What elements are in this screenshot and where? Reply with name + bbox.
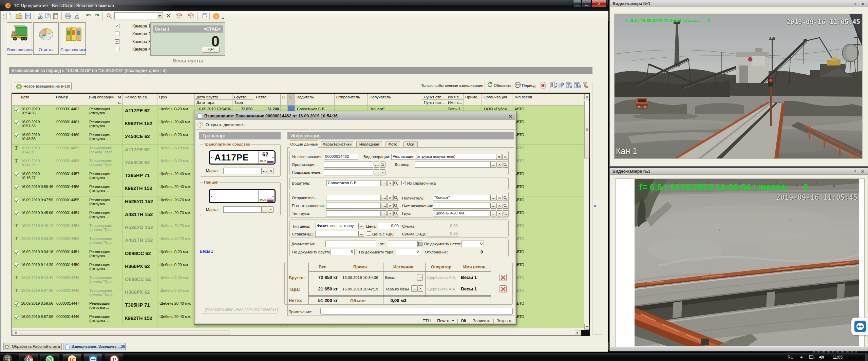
tray-language[interactable]: RU [788, 355, 793, 360]
table-cell[interactable]: Щебень 20-70 мм. [157, 235, 195, 248]
column-header[interactable]: Тип весов [512, 94, 584, 106]
close-dialog-button[interactable]: Закрыть [494, 319, 515, 323]
column-header[interactable]: Имя в...Имя в... [446, 94, 464, 106]
expand-chevron-icon[interactable]: « [593, 203, 597, 209]
search-icon[interactable] [105, 12, 113, 20]
table-cell[interactable]: Щебень 20-40 мм. [157, 313, 195, 326]
wt-brutto-src-button[interactable] [417, 274, 423, 281]
table-cell[interactable]: 00000014449 [54, 274, 87, 287]
table-cell[interactable]: 00000014448 [54, 287, 87, 300]
table-cell[interactable]: Реализация(отгрузка ... [87, 313, 116, 326]
tray-clock[interactable]: 11:05 [833, 355, 843, 360]
sender-select-button[interactable] [381, 195, 387, 201]
table-cell[interactable]: Щебень 0-20 мм. [157, 248, 195, 261]
cargo-clear-button[interactable] [496, 210, 502, 216]
taskbar-teamviewer[interactable] [83, 354, 102, 361]
show-desktop-button[interactable] [865, 353, 868, 361]
pfrom-input[interactable] [326, 203, 381, 209]
undo-icon[interactable] [84, 12, 93, 20]
filter-clear-icon[interactable] [582, 82, 588, 89]
export-list-icon[interactable] [550, 82, 557, 89]
table-row[interactable] [12, 326, 584, 328]
preview-icon[interactable] [72, 12, 80, 20]
table-cell[interactable] [116, 261, 123, 274]
table-cell[interactable] [116, 287, 123, 300]
cargo-input[interactable]: Щебень 0-20 мм. [433, 210, 490, 216]
table-cell[interactable]: 16.09.2019 9:56:46 [19, 183, 54, 196]
table-cell[interactable]: 16.09.201910:51:33 [19, 118, 54, 131]
nav-weighings-button[interactable]: Взвешивания [7, 22, 32, 55]
table-cell[interactable]: А431ТН 152 [123, 235, 157, 248]
table-cell[interactable]: Тарирование(режим "Тара [87, 274, 116, 287]
dogovor-input[interactable] [415, 162, 493, 168]
table-cell[interactable]: 00000014460 [54, 131, 87, 144]
camera2-checkbox[interactable] [115, 32, 119, 36]
column-header[interactable] [12, 94, 19, 106]
table-cell[interactable]: 16.09.2019 9:34:18 [19, 248, 54, 261]
table-cell[interactable]: АВТО [512, 235, 584, 248]
table-cell[interactable]: К962ТН 152 [123, 118, 157, 131]
table-cell[interactable] [12, 209, 19, 222]
camera3-pin-icon[interactable]: 0 [854, 170, 856, 173]
table-cell[interactable]: Т [12, 287, 19, 300]
status-tab-desktop[interactable]: Обработка Рабочий стол в... [3, 343, 62, 350]
dogovor-select-button[interactable] [490, 162, 496, 168]
table-cell[interactable]: 00000014457 [54, 170, 87, 183]
hscroll-thumb[interactable] [19, 330, 229, 335]
optype-combo[interactable]: Реализация (отгрузка покупателю) [391, 154, 502, 160]
column-header[interactable]: С.. [288, 94, 295, 106]
table-cell[interactable] [12, 183, 19, 196]
period-label[interactable]: Период [522, 83, 535, 88]
table-cell[interactable] [12, 313, 19, 326]
ok-button[interactable]: ОК [458, 319, 470, 323]
table-cell[interactable] [116, 183, 123, 196]
table-cell[interactable] [116, 235, 123, 248]
table-cell[interactable]: АВТО [512, 287, 584, 300]
cargotype-input[interactable] [326, 210, 381, 216]
driver-select-button[interactable] [381, 180, 387, 186]
table-cell[interactable] [116, 131, 123, 144]
receiver-clear-button[interactable] [496, 195, 502, 201]
table-cell[interactable] [116, 170, 123, 183]
print-button[interactable]: Печать [434, 319, 457, 323]
driver-search-button[interactable] [393, 180, 399, 186]
vscroll-thumb[interactable] [584, 101, 589, 158]
price-nds-checkbox[interactable] [367, 231, 371, 236]
table-cell[interactable]: 16.09.2019 9:14:20 [19, 261, 54, 274]
table-cell[interactable]: Тарирование(режим "Тара [87, 287, 116, 300]
find-prev-icon[interactable] [187, 12, 195, 20]
table-cell[interactable]: Т365НР 71 [123, 170, 157, 183]
taskbar-whatsapp[interactable] [40, 354, 59, 361]
nav-catalogs-button[interactable]: Справочники [60, 22, 86, 55]
paste-icon[interactable] [52, 12, 60, 20]
taskbar-punto[interactable]: P [105, 354, 124, 361]
table-cell[interactable]: Щебень 20-70 мм. [157, 196, 195, 209]
org-select-button[interactable] [374, 162, 379, 168]
table-cell[interactable]: Н360РХ 62 [123, 261, 157, 274]
table-cell[interactable]: 00000014455 [54, 196, 87, 209]
table-cell[interactable]: Реализация(отгрузка ... [87, 183, 116, 196]
table-cell[interactable]: Щебень 20-40 мм. [157, 300, 195, 313]
table-cell[interactable]: Реализация(отгрузка ... [87, 248, 116, 261]
pto-search-button[interactable] [503, 203, 508, 209]
table-cell[interactable]: 16.09.2019 9:45:06 [19, 209, 54, 222]
table-cell[interactable]: 00000014451 [54, 248, 87, 261]
save-button[interactable]: Записать [470, 319, 493, 323]
taskbar-1c[interactable]: 1С [62, 354, 81, 361]
table-cell[interactable]: 16.09.201910:41:29 [19, 157, 54, 170]
camera1-close-icon[interactable]: ✕ [861, 1, 865, 6]
table-cell[interactable]: Тарирование(режим "Тара [87, 222, 116, 235]
podrazd-clear-button[interactable] [380, 169, 385, 175]
table-cell[interactable]: 00000014462 [54, 106, 87, 118]
pto-input[interactable] [433, 203, 490, 209]
camera1-pin-icon[interactable]: 0 [854, 2, 856, 5]
table-cell[interactable]: 00000014450 [54, 261, 87, 274]
list-settings-icon[interactable] [558, 82, 564, 89]
table-cell[interactable] [12, 196, 19, 209]
table-cell[interactable]: О098СС 62 [123, 274, 157, 287]
info-icon[interactable]: i [212, 12, 220, 20]
copy-icon[interactable] [44, 12, 52, 20]
table-cell[interactable]: Щебень 20-40 мм. [157, 183, 195, 196]
table-cell[interactable]: Т [12, 145, 19, 157]
table-cell[interactable]: Т [12, 235, 19, 248]
